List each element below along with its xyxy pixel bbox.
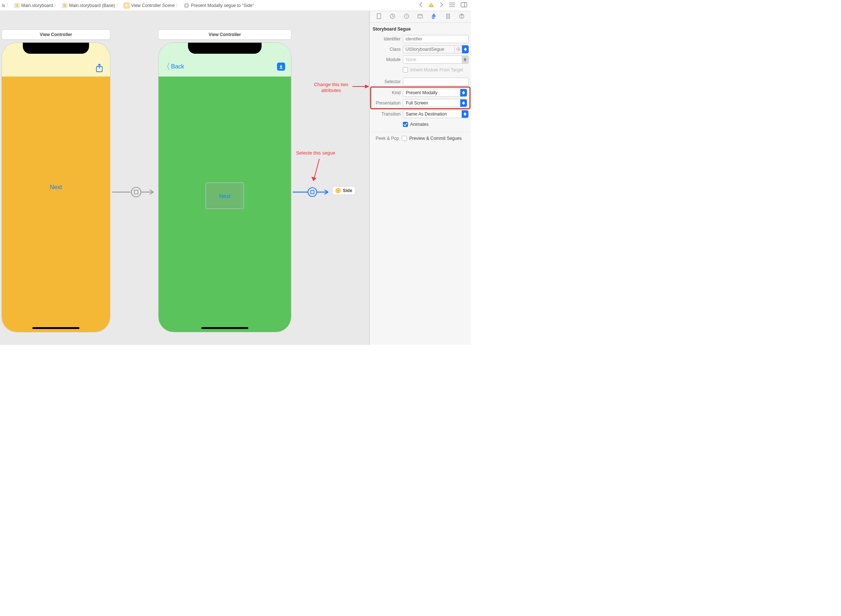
- crumb-label: View Controller Scene: [131, 3, 175, 8]
- module-select[interactable]: None: [403, 56, 469, 64]
- connections-inspector-tab[interactable]: [457, 12, 466, 21]
- identifier-input[interactable]: [403, 35, 469, 43]
- view-controller-1[interactable]: View Controller Next: [1, 29, 110, 332]
- crumb-base[interactable]: Main.storyboard (Base) 〉: [61, 2, 123, 9]
- jump-bar: ls 〉 Main.storyboard 〉 Main.storyboard (…: [0, 0, 471, 11]
- presentation-label: Presentation: [371, 100, 401, 106]
- class-jump-button[interactable]: [455, 45, 462, 53]
- svg-rect-8: [431, 4, 432, 6]
- class-label: Class: [370, 47, 401, 52]
- svg-rect-5: [125, 4, 128, 7]
- history-inspector-tab[interactable]: [388, 12, 397, 21]
- size-inspector-tab[interactable]: [444, 12, 453, 21]
- attributes-inspector-tab[interactable]: [430, 12, 438, 21]
- peekpop-value-label: Preview & Commit Segues: [409, 136, 462, 141]
- svg-rect-10: [461, 3, 467, 7]
- stepper-icon: [460, 99, 467, 107]
- inherit-checkbox[interactable]: Inherit Module From Target: [403, 66, 469, 74]
- view-body: [2, 76, 110, 332]
- container-view[interactable]: Next: [206, 182, 244, 209]
- nav-back-button[interactable]: [417, 1, 425, 9]
- inspector-panel: ? Storyboard Segue Identifier Class: [369, 11, 471, 345]
- home-indicator: [201, 327, 248, 329]
- file-inspector-tab[interactable]: [375, 12, 383, 21]
- row-identifier: Identifier: [370, 34, 471, 44]
- segue-arrow-selected[interactable]: [293, 186, 331, 198]
- help-inspector-tab[interactable]: ?: [402, 12, 411, 21]
- identity-inspector-tab[interactable]: [416, 12, 425, 21]
- row-module: Module None: [370, 54, 471, 65]
- svg-rect-4: [124, 3, 129, 8]
- breadcrumb: ls 〉 Main.storyboard 〉 Main.storyboard (…: [0, 0, 417, 11]
- scene-titlebar[interactable]: View Controller: [1, 29, 110, 40]
- animates-checkbox[interactable]: Animates: [403, 120, 469, 128]
- selector-input[interactable]: [403, 78, 469, 86]
- checkbox-icon: [402, 136, 407, 141]
- svg-point-19: [308, 188, 317, 197]
- storyboard-canvas[interactable]: View Controller Next Vie: [0, 11, 369, 345]
- chevron-right-icon: 〉: [175, 2, 182, 9]
- row-peek-pop: Peek & Pop Preview & Commit Segues: [370, 132, 471, 145]
- row-transition: Transition Same As Destination: [370, 109, 471, 119]
- share-icon[interactable]: [95, 63, 103, 74]
- inspector-tabs: ?: [370, 11, 471, 23]
- chevron-left-icon: 〈: [162, 64, 170, 70]
- crumb-file[interactable]: Main.storyboard 〉: [13, 2, 61, 9]
- adjust-editor-button[interactable]: [459, 1, 469, 9]
- crumb-label: Present Modally segue to "Side": [191, 3, 254, 8]
- next-button[interactable]: Next: [50, 184, 62, 191]
- crumb-segue[interactable]: Present Modally segue to "Side": [182, 3, 255, 9]
- identifier-label: Identifier: [370, 37, 401, 42]
- selector-label: Selector: [370, 79, 401, 84]
- annotation-change-attrs: Change this two attributes: [305, 82, 357, 94]
- kind-select[interactable]: Present Modally: [403, 89, 467, 97]
- storyboard-file-icon: [14, 3, 20, 9]
- download-icon[interactable]: [277, 63, 285, 70]
- home-indicator: [32, 327, 79, 329]
- module-label: Module: [370, 57, 401, 62]
- highlighted-attributes: Kind Present Modally Presentation: [371, 88, 469, 108]
- checkbox-icon: [403, 67, 408, 72]
- crumb-scene[interactable]: View Controller Scene 〉: [123, 2, 182, 9]
- chevron-right-icon: 〉: [5, 2, 12, 9]
- transition-select[interactable]: Same As Destination: [403, 110, 469, 118]
- checkbox-checked-icon: [403, 122, 408, 127]
- storyboard-file-icon: [62, 3, 68, 9]
- segue-arrow-gray[interactable]: [112, 186, 157, 198]
- svg-rect-15: [134, 190, 138, 194]
- chevron-right-icon: 〉: [115, 2, 122, 9]
- svg-rect-30: [418, 14, 422, 18]
- kind-label: Kind: [371, 90, 401, 95]
- inherit-label: Inherit Module From Target: [410, 67, 463, 72]
- svg-rect-26: [377, 14, 381, 19]
- outline-toggle-button[interactable]: [447, 1, 457, 9]
- section-title: Storyboard Segue: [370, 25, 471, 34]
- row-selector: Selector: [370, 76, 471, 87]
- issue-warning-icon[interactable]: [427, 1, 435, 9]
- svg-rect-3: [63, 4, 66, 7]
- svg-rect-20: [311, 191, 314, 194]
- back-button[interactable]: 〈 Back: [162, 63, 184, 70]
- row-presentation: Presentation Full Screen: [371, 98, 469, 108]
- nav-forward-button[interactable]: [438, 1, 445, 9]
- scene-titlebar[interactable]: View Controller: [158, 29, 292, 40]
- scene-title: View Controller: [40, 32, 72, 37]
- peekpop-checkbox[interactable]: Preview & Commit Segues: [402, 134, 462, 142]
- scene-reference-side[interactable]: Side: [332, 186, 355, 195]
- svg-rect-1: [15, 4, 18, 7]
- row-class: Class: [370, 44, 471, 54]
- row-kind: Kind Present Modally: [371, 88, 469, 98]
- view-controller-2[interactable]: View Controller 〈 Back Next: [158, 29, 292, 332]
- presentation-select[interactable]: Full Screen: [403, 99, 467, 107]
- crumb-label: Main.storyboard: [21, 3, 53, 8]
- svg-point-6: [184, 3, 189, 8]
- device-notch: [188, 43, 262, 54]
- class-stepper[interactable]: [462, 45, 469, 53]
- device-notch: [23, 43, 89, 54]
- crumb-label: Main.storyboard (Base): [69, 3, 115, 8]
- class-input[interactable]: [403, 45, 455, 53]
- crumb-partial[interactable]: ls 〉: [1, 2, 13, 9]
- row-animates: Animates: [370, 119, 471, 129]
- svg-rect-7: [185, 4, 188, 7]
- stepper-icon: [460, 89, 467, 97]
